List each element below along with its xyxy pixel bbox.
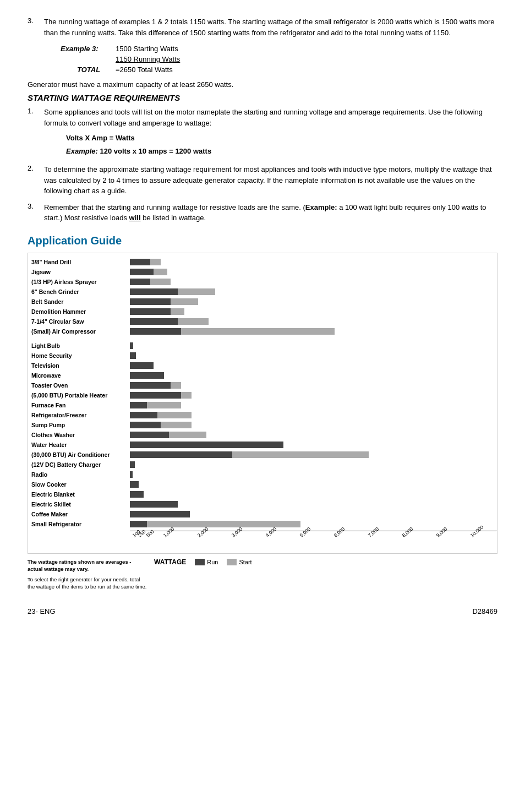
chart-row: Demolition Hammer [28, 307, 497, 316]
item3-num: 3. [28, 202, 44, 224]
chart-row: Belt Sander [28, 297, 497, 306]
chart-item-label: Home Security [28, 352, 130, 359]
example3-total-label: TOTAL [61, 66, 116, 74]
item-3: 3. Remember that the starting and runnin… [28, 202, 497, 224]
chart-row: Electric Skillet [28, 500, 497, 509]
chart-container: 3/8" Hand DrillJigsaw(1/3 HP) Airless Sp… [28, 253, 497, 554]
chart-bars [130, 491, 497, 498]
chart-footer: The wattage ratings shown are averages -… [28, 558, 497, 591]
chart-bars [130, 278, 497, 286]
chart-item-label: Sump Pump [28, 422, 130, 428]
chart-row: Electric Blanket [28, 490, 497, 499]
intro-item-3: 3. The running wattage of examples 1 & 2… [28, 17, 497, 38]
chart-row: Radio [28, 470, 497, 479]
chart-item-label: Clothes Washer [28, 432, 130, 438]
bar-run [130, 342, 133, 349]
section-title: STARTING WATTAGE REQUIREMENTS [28, 93, 497, 102]
bar-run [130, 471, 133, 478]
item-num: 3. [28, 17, 44, 38]
chart-bars [130, 308, 497, 315]
bar-start [147, 521, 300, 527]
chart-item-label: 3/8" Hand Drill [28, 259, 130, 265]
chart-bars [130, 362, 497, 369]
example3-label: Example 3: [61, 45, 116, 53]
chart-row: Light Bulb [28, 341, 497, 350]
bar-run [130, 352, 136, 359]
chart-item-label: 6" Bench Grinder [28, 288, 130, 295]
bar-run [130, 298, 171, 305]
bar-start [171, 382, 181, 389]
bar-start [147, 402, 181, 408]
bar-start [154, 269, 167, 275]
bar-run [130, 269, 154, 275]
chart-item-label: (5,000 BTU) Portable Heater [28, 392, 130, 399]
bar-start [232, 451, 369, 458]
app-guide-title: Application Guide [28, 235, 497, 247]
bar-start [157, 412, 192, 418]
bar-start [181, 392, 192, 399]
chart-row: Jigsaw [28, 268, 497, 276]
bar-start [169, 432, 206, 438]
bar-run [130, 422, 161, 428]
chart-row: Toaster Oven [28, 381, 497, 390]
chart-item-label: Light Bulb [28, 342, 130, 349]
wattage-label: WATTAGE [154, 558, 186, 566]
chart-bars [130, 298, 497, 306]
example3-total-row: TOTAL =2650 Total Watts [61, 66, 497, 74]
chart-bars [130, 451, 497, 459]
chart-bars [130, 391, 497, 399]
chart-row: Microwave [28, 371, 497, 380]
chart-bars [130, 471, 497, 478]
chart-item-label: Furnace Fan [28, 402, 130, 408]
item-1: 1. Some appliances and tools will list o… [28, 107, 497, 159]
bar-run [130, 521, 147, 527]
formula-block: Volts X Amp = Watts Example: 120 volts x… [66, 133, 497, 156]
bar-run [130, 432, 169, 438]
bar-run [130, 491, 144, 498]
chart-bars [130, 352, 497, 359]
item1-num: 1. [28, 107, 44, 159]
example3-row2: 1150 Running Watts [61, 55, 497, 63]
chart-item-label: Jigsaw [28, 269, 130, 275]
chart-item-label: Toaster Oven [28, 382, 130, 389]
chart-bars [130, 461, 497, 468]
bar-run [130, 451, 232, 458]
chart-row: Small Refrigerator [28, 520, 497, 528]
bar-run [130, 481, 139, 488]
page-footer-right: D28469 [472, 607, 497, 615]
bar-run [130, 461, 135, 468]
chart-bars [130, 258, 497, 266]
example3-row1: Example 3: 1500 Starting Watts [61, 45, 497, 53]
chart-bars [130, 268, 497, 276]
chart-row: (1/3 HP) Airless Sprayer [28, 277, 497, 286]
bar-start [171, 298, 198, 305]
chart-bars [130, 328, 497, 335]
chart-bars [130, 318, 497, 325]
chart-bars [130, 510, 497, 518]
chart-row: 7-1/4" Circular Saw [28, 317, 497, 326]
example3-line1: 1500 Starting Watts [116, 45, 178, 53]
bar-run [130, 372, 164, 379]
bar-run [130, 288, 178, 295]
chart-bars [130, 431, 497, 439]
chart-item-label: Belt Sander [28, 298, 130, 305]
bar-run [130, 328, 181, 335]
chart-bars [130, 421, 497, 429]
bar-run [130, 412, 157, 418]
bar-run [130, 259, 150, 265]
chart-item-label: (30,000 BTU) Air Conditioner [28, 451, 130, 458]
chart-row: Refrigerator/Freezer [28, 411, 497, 419]
chart-row: (5,000 BTU) Portable Heater [28, 391, 497, 400]
item3-content: Remember that the starting and running w… [44, 202, 497, 224]
bar-start [178, 288, 215, 295]
chart-row: Furnace Fan [28, 401, 497, 410]
example3-total-value: =2650 Total Watts [116, 66, 173, 74]
chart-spacer [28, 337, 497, 341]
bar-run [130, 362, 154, 369]
chart-footer-note2: To select the right generator for your n… [28, 576, 149, 591]
bar-run [130, 392, 181, 399]
legend-run: Run [195, 559, 218, 565]
chart-item-label: (1/3 HP) Airless Sprayer [28, 279, 130, 285]
chart-bars [130, 411, 497, 419]
chart-bars [130, 481, 497, 488]
